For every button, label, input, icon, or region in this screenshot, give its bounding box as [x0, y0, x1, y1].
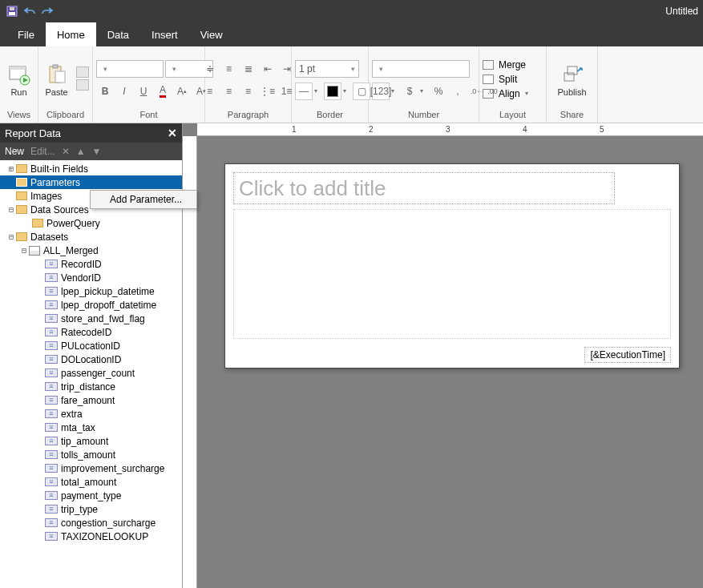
border-sides-button[interactable]: ▢ [353, 83, 370, 100]
move-up-icon[interactable]: ▲ [76, 146, 86, 157]
merge-button[interactable]: Merge [483, 59, 526, 70]
panel-edit-button[interactable]: Edit... [30, 146, 55, 157]
panel-close-icon[interactable]: ✕ [168, 127, 177, 139]
tree-field-item[interactable]: tolls_amount [0, 448, 182, 461]
collapse-icon[interactable]: ⊟ [6, 205, 16, 214]
font-color-button[interactable]: A [154, 83, 172, 100]
font-name-combo[interactable] [96, 60, 164, 78]
tree-field-item[interactable]: congestion_surcharge [0, 516, 182, 530]
move-down-icon[interactable]: ▼ [92, 146, 102, 157]
title-placeholder[interactable]: Click to add title [233, 172, 615, 204]
field-label: DOLocationID [61, 354, 121, 365]
field-label: VendorID [61, 272, 101, 284]
paste-button[interactable]: Paste [42, 60, 71, 97]
tree-field-item[interactable]: extra [0, 407, 182, 421]
run-button[interactable]: Run [3, 60, 34, 97]
tab-insert[interactable]: Insert [140, 22, 189, 46]
field-label: tip_amount [61, 436, 108, 447]
tree-node-powerquery[interactable]: PowerQuery [0, 216, 182, 230]
panel-header: Report Data ✕ [0, 123, 182, 143]
border-style-button[interactable]: — [295, 83, 313, 100]
tree-field-item[interactable]: trip_distance [0, 380, 182, 393]
tab-view[interactable]: View [189, 22, 234, 46]
align-left-icon[interactable]: ≡ [201, 83, 219, 100]
align-bottom-icon[interactable]: ≣ [240, 60, 257, 78]
tree-field-item[interactable]: tip_amount [0, 434, 182, 448]
delete-icon[interactable]: ✕ [62, 146, 70, 157]
undo-icon[interactable] [22, 4, 37, 18]
tree-field-item[interactable]: lpep_dropoff_datetime [0, 298, 182, 312]
tree-field-item[interactable]: RecordID [0, 257, 182, 271]
number-format-combo[interactable] [372, 60, 470, 78]
tree-field-item[interactable]: DOLocationID [0, 352, 182, 366]
tree-field-item[interactable]: total_amount [0, 475, 182, 489]
tree-node-datasets[interactable]: ⊟Datasets [0, 230, 182, 244]
bullets-icon[interactable]: ⋮≡ [259, 83, 277, 100]
collapse-icon[interactable]: ⊟ [19, 246, 29, 255]
tree-node-all-merged[interactable]: ⊟ALL_Merged [0, 244, 182, 257]
tab-home[interactable]: Home [46, 22, 96, 46]
indent-dec-icon[interactable]: ⇤ [259, 60, 277, 78]
split-label: Split [499, 74, 517, 85]
tree-field-item[interactable]: mta_tax [0, 421, 182, 434]
grow-font-icon[interactable]: A▴ [173, 83, 191, 100]
border-weight-combo[interactable]: 1 pt [295, 60, 359, 78]
save-icon[interactable] [5, 4, 19, 18]
field-label: lpep_pickup_datetime [61, 286, 155, 297]
tree-field-item[interactable]: lpep_pickup_datetime [0, 284, 182, 298]
align-center-icon[interactable]: ≡ [220, 83, 238, 100]
tree-field-item[interactable]: passenger_count [0, 366, 182, 380]
underline-button[interactable]: U [135, 83, 152, 100]
cut-icon[interactable] [76, 66, 89, 78]
folder-icon [16, 164, 27, 173]
tree-field-item[interactable]: trip_type [0, 502, 182, 516]
align-middle-icon[interactable]: ≡ [220, 60, 238, 78]
tree-field-item[interactable]: TAXIZONELOOKUP [0, 530, 182, 543]
execution-time-textbox[interactable]: [&ExecutionTime] [584, 347, 671, 363]
expand-icon[interactable]: ⊞ [6, 164, 16, 173]
report-body[interactable] [233, 209, 671, 339]
tab-data[interactable]: Data [96, 22, 140, 46]
field-icon [45, 328, 58, 336]
horizontal-ruler: 1 2 3 4 5 [197, 123, 703, 136]
field-icon [45, 369, 58, 377]
italic-button[interactable]: I [115, 83, 133, 100]
menu-item-add-parameter[interactable]: Add Parameter... [91, 191, 196, 208]
tab-file[interactable]: File [6, 22, 46, 46]
group-label-paragraph: Paragraph [208, 108, 288, 121]
panel-new-button[interactable]: New [5, 146, 24, 157]
align-right-icon[interactable]: ≡ [240, 83, 257, 100]
expand-icon[interactable] [6, 178, 16, 187]
tree-node-builtin-fields[interactable]: ⊞Built-in Fields [0, 162, 182, 175]
field-label: lpep_dropoff_datetime [61, 300, 156, 311]
window-title: Untitled [665, 6, 698, 17]
group-label-share: Share [550, 108, 594, 121]
thousand-sep-button[interactable]: , [449, 83, 467, 100]
tree-field-item[interactable]: store_and_fwd_flag [0, 312, 182, 325]
tree-field-item[interactable]: PULocationID [0, 339, 182, 352]
tree-field-item[interactable]: fare_amount [0, 393, 182, 407]
border-color-button[interactable] [324, 83, 341, 100]
tree-field-item[interactable]: RatecodeID [0, 325, 182, 339]
group-paragraph: ≑ ≡ ≣ ⇤ ⇥ ≡ ≡ ≡ ⋮≡ 1≡ Paragraph [205, 46, 292, 123]
tree-field-item[interactable]: payment_type [0, 489, 182, 502]
redo-icon[interactable] [40, 4, 55, 18]
collapse-icon[interactable]: ⊟ [6, 232, 16, 241]
tree-node-parameters[interactable]: Parameters [0, 175, 182, 189]
copy-icon[interactable] [76, 79, 89, 91]
align-label: Align [499, 88, 520, 99]
report-page[interactable]: Click to add title [&ExecutionTime] [224, 163, 680, 369]
align-top-icon[interactable]: ≑ [201, 60, 219, 78]
publish-button[interactable]: Publish [554, 60, 591, 97]
field-label: PULocationID [61, 340, 120, 352]
canvas-background[interactable]: Click to add title [&ExecutionTime] [197, 136, 703, 588]
percent-button[interactable]: % [430, 83, 447, 100]
currency-button[interactable]: $ [401, 83, 418, 100]
placeholder-button[interactable]: [123] [372, 83, 390, 100]
expand-icon[interactable] [6, 191, 16, 200]
align-button[interactable]: Align▾ [483, 88, 533, 99]
tree-field-item[interactable]: VendorID [0, 271, 182, 284]
split-button[interactable]: Split [483, 74, 517, 85]
bold-button[interactable]: B [96, 83, 114, 100]
tree-field-item[interactable]: improvement_surcharge [0, 461, 182, 475]
